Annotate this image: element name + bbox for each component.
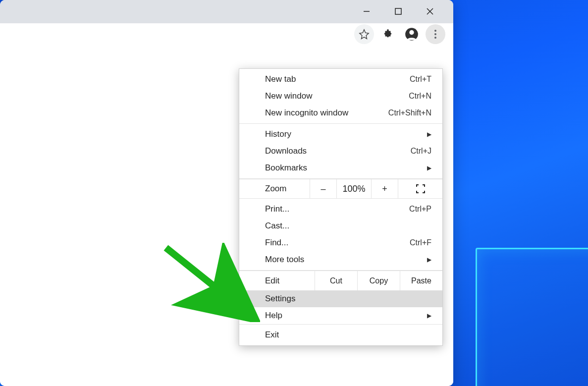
menu-label: Help bbox=[265, 311, 282, 321]
menu-zoom-row: Zoom – 100% + bbox=[239, 179, 442, 199]
menu-label: Exit bbox=[265, 330, 279, 340]
menu-label: New window bbox=[265, 91, 312, 101]
menu-new-window[interactable]: New window Ctrl+N bbox=[239, 88, 442, 105]
close-icon bbox=[426, 7, 434, 15]
menu-edit-row: Edit Cut Copy Paste bbox=[239, 271, 442, 290]
menu-group-5: Exit bbox=[239, 325, 442, 345]
menu-downloads[interactable]: Downloads Ctrl+J bbox=[239, 143, 442, 160]
star-icon bbox=[359, 29, 370, 40]
zoom-out-button[interactable]: – bbox=[310, 179, 336, 198]
zoom-in-button[interactable]: + bbox=[371, 179, 398, 198]
maximize-button[interactable] bbox=[387, 0, 410, 23]
menu-exit[interactable]: Exit bbox=[239, 327, 442, 343]
menu-group-1: New tab Ctrl+T New window Ctrl+N New inc… bbox=[239, 69, 442, 124]
menu-more-tools[interactable]: More tools ▶ bbox=[239, 251, 442, 268]
titlebar bbox=[0, 0, 453, 46]
puzzle-icon bbox=[382, 29, 393, 40]
menu-shortcut: Ctrl+P bbox=[409, 205, 431, 214]
chevron-right-icon: ▶ bbox=[427, 312, 431, 319]
menu-label: Find... bbox=[265, 238, 288, 248]
chevron-right-icon: ▶ bbox=[427, 165, 431, 171]
menu-shortcut: Ctrl+T bbox=[410, 75, 431, 84]
edit-label: Edit bbox=[239, 271, 315, 290]
menu-history[interactable]: History ▶ bbox=[239, 126, 442, 143]
menu-help[interactable]: Help ▶ bbox=[239, 307, 442, 324]
menu-bookmarks[interactable]: Bookmarks ▶ bbox=[239, 160, 442, 176]
window-controls bbox=[0, 0, 453, 23]
edit-cut-button[interactable]: Cut bbox=[315, 271, 357, 290]
more-menu-button[interactable] bbox=[426, 24, 445, 44]
more-vert-icon bbox=[434, 29, 437, 39]
desktop-highlight-rect bbox=[476, 248, 588, 386]
svg-rect-1 bbox=[395, 8, 401, 14]
person-icon bbox=[405, 27, 419, 41]
edit-copy-button[interactable]: Copy bbox=[357, 271, 400, 290]
menu-group-2: History ▶ Downloads Ctrl+J Bookmarks ▶ bbox=[239, 124, 442, 179]
maximize-icon bbox=[395, 8, 402, 15]
minimize-button[interactable] bbox=[355, 0, 378, 23]
menu-label: New incognito window bbox=[265, 108, 348, 118]
menu-new-tab[interactable]: New tab Ctrl+T bbox=[239, 71, 442, 88]
menu-print[interactable]: Print... Ctrl+P bbox=[239, 201, 442, 218]
menu-label: Settings bbox=[265, 294, 295, 304]
menu-shortcut: Ctrl+J bbox=[411, 147, 431, 156]
menu-cast[interactable]: Cast... bbox=[239, 218, 442, 234]
edit-paste-button[interactable]: Paste bbox=[400, 271, 442, 290]
extensions-button[interactable] bbox=[378, 24, 398, 44]
minimize-icon bbox=[363, 7, 371, 15]
menu-settings[interactable]: Settings bbox=[239, 290, 442, 307]
close-button[interactable] bbox=[419, 0, 441, 23]
menu-shortcut: Ctrl+N bbox=[409, 92, 431, 101]
menu-label: Print... bbox=[265, 204, 289, 214]
chevron-right-icon: ▶ bbox=[427, 131, 431, 138]
profile-button[interactable] bbox=[402, 24, 422, 44]
svg-point-8 bbox=[434, 37, 436, 39]
fullscreen-icon bbox=[416, 184, 425, 193]
menu-shortcut: Ctrl+Shift+N bbox=[388, 109, 431, 117]
menu-group-4: Settings Help ▶ bbox=[239, 290, 442, 325]
menu-new-incognito[interactable]: New incognito window Ctrl+Shift+N bbox=[239, 105, 442, 121]
zoom-label: Zoom bbox=[239, 179, 310, 198]
menu-label: Bookmarks bbox=[265, 163, 307, 173]
menu-find[interactable]: Find... Ctrl+F bbox=[239, 234, 442, 251]
menu-label: Cast... bbox=[265, 221, 289, 231]
menu-label: History bbox=[265, 129, 291, 139]
menu-label: Downloads bbox=[265, 146, 307, 156]
fullscreen-button[interactable] bbox=[398, 179, 442, 198]
browser-toolbar bbox=[0, 23, 453, 46]
chevron-right-icon: ▶ bbox=[427, 256, 431, 263]
chrome-main-menu: New tab Ctrl+T New window Ctrl+N New inc… bbox=[239, 68, 443, 346]
svg-point-5 bbox=[409, 30, 414, 35]
zoom-value: 100% bbox=[336, 179, 371, 198]
bookmark-star-button[interactable] bbox=[354, 24, 374, 44]
menu-label: New tab bbox=[265, 74, 296, 84]
svg-point-7 bbox=[434, 33, 436, 35]
menu-group-3: Print... Ctrl+P Cast... Find... Ctrl+F M… bbox=[239, 199, 442, 271]
menu-label: More tools bbox=[265, 255, 304, 265]
svg-point-6 bbox=[434, 30, 436, 32]
menu-shortcut: Ctrl+F bbox=[410, 238, 431, 247]
